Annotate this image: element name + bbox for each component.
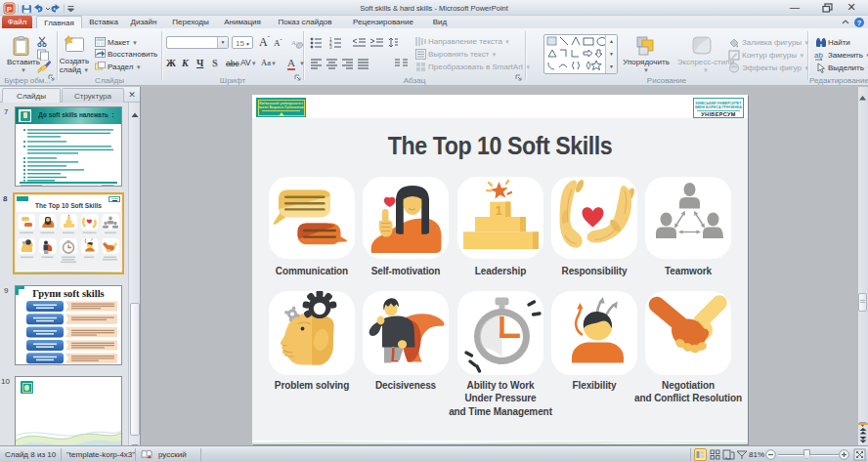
svg-text:P: P [7, 5, 13, 14]
svg-text:ab: ab [814, 51, 823, 60]
svg-text:?: ? [857, 19, 862, 27]
svg-text:1: 1 [495, 203, 501, 218]
svg-text:3: 3 [329, 45, 332, 49]
